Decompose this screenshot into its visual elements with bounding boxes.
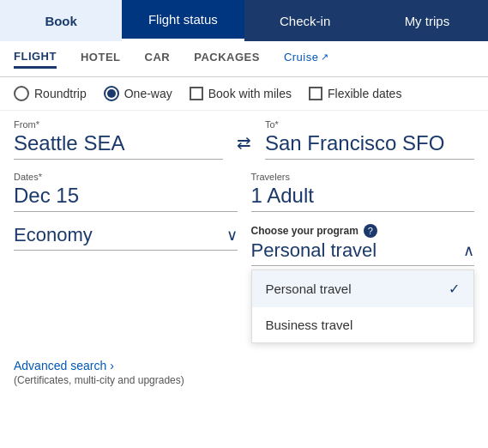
program-label-row: Choose your program ? [251, 224, 475, 238]
from-label: From* [14, 119, 223, 130]
program-label: Choose your program [251, 225, 358, 237]
from-field[interactable]: From* Seattle SEA [14, 119, 223, 160]
to-label: To* [265, 119, 474, 130]
oneway-option[interactable]: One-way [104, 86, 172, 101]
dates-travelers-row: Dates* Dec 15 Travelers 1 Adult [14, 172, 474, 212]
travelers-field[interactable]: Travelers 1 Adult [251, 172, 475, 212]
flexible-dates-checkbox[interactable] [309, 87, 322, 100]
roundtrip-radio[interactable] [14, 86, 29, 101]
nav-flight-status[interactable]: Flight status [122, 0, 244, 41]
tab-packages[interactable]: PACKAGES [194, 51, 260, 67]
advanced-sub-text: (Certificates, multi-city and upgrades) [14, 374, 474, 386]
cabin-value: Economy [14, 224, 93, 246]
program-value: Personal travel [251, 239, 377, 262]
program-option-personal[interactable]: Personal travel ✓ [252, 270, 474, 307]
swap-button[interactable]: ⇄ [237, 119, 251, 160]
dates-label: Dates* [14, 172, 238, 182]
tab-car[interactable]: CAR [145, 51, 171, 67]
oneway-radio[interactable] [104, 86, 119, 101]
program-help-icon[interactable]: ? [364, 224, 377, 238]
radio-selected-indicator [107, 89, 116, 98]
cabin-program-row: Economy ∨ Choose your program ? Personal… [14, 224, 474, 343]
from-input[interactable]: Seattle SEA [14, 131, 223, 160]
program-field[interactable]: Choose your program ? Personal travel ∧ … [251, 224, 475, 343]
from-to-section: From* Seattle SEA ⇄ To* San Francisco SF… [0, 111, 488, 343]
business-travel-label: Business travel [266, 318, 353, 332]
personal-travel-label: Personal travel [266, 282, 352, 296]
cabin-field[interactable]: Economy ∨ [14, 224, 238, 343]
check-mark-icon: ✓ [449, 281, 460, 297]
to-input[interactable]: San Francisco SFO [265, 131, 474, 160]
program-dropdown: Personal travel ✓ Business travel [251, 269, 475, 343]
advanced-search-link[interactable]: Advanced search › [14, 359, 474, 372]
top-nav: Book Flight status Check-in My trips [0, 0, 488, 41]
book-with-miles-option[interactable]: Book with miles [190, 87, 292, 100]
travelers-label: Travelers [251, 172, 475, 182]
dates-field[interactable]: Dates* Dec 15 [14, 172, 238, 212]
from-to-row: From* Seattle SEA ⇄ To* San Francisco SF… [14, 119, 474, 160]
program-option-business[interactable]: Business travel [252, 307, 474, 342]
travelers-input[interactable]: 1 Adult [251, 184, 475, 212]
advanced-arrow-icon: › [110, 359, 114, 372]
to-field[interactable]: To* San Francisco SFO [265, 119, 474, 160]
tab-hotel[interactable]: HOTEL [81, 51, 121, 67]
cabin-select[interactable]: Economy ∨ [14, 224, 238, 251]
program-select[interactable]: Personal travel ∧ [251, 239, 475, 266]
options-row: Roundtrip One-way Book with miles Flexib… [0, 77, 488, 111]
tab-cruise[interactable]: Cruise ↗ [284, 51, 329, 67]
external-link-icon: ↗ [321, 51, 329, 63]
nav-my-trips[interactable]: My trips [366, 0, 488, 41]
dates-input[interactable]: Dec 15 [14, 184, 238, 212]
program-chevron: ∧ [463, 241, 474, 260]
roundtrip-option[interactable]: Roundtrip [14, 86, 87, 101]
advanced-link-text: Advanced search [14, 359, 106, 372]
nav-check-in[interactable]: Check-in [244, 0, 366, 41]
advanced-section: Advanced search › (Certificates, multi-c… [0, 352, 488, 390]
book-with-miles-checkbox[interactable] [190, 87, 203, 100]
tab-flight[interactable]: FLIGHT [14, 50, 57, 69]
nav-book[interactable]: Book [0, 0, 122, 41]
cabin-chevron: ∨ [226, 226, 238, 245]
flexible-dates-option[interactable]: Flexible dates [309, 87, 401, 100]
sub-tabs: FLIGHT HOTEL CAR PACKAGES Cruise ↗ [0, 41, 488, 77]
swap-icon: ⇄ [237, 132, 251, 153]
